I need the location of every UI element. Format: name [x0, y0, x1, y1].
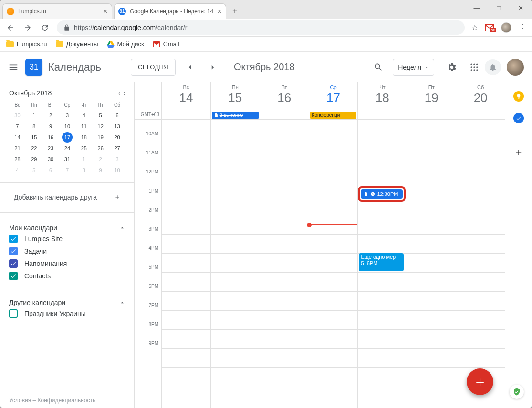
minical-day[interactable]: 24	[59, 143, 76, 153]
minical-day[interactable]: 25	[75, 143, 92, 153]
minical-next-button[interactable]: ›	[124, 90, 125, 97]
minical-day[interactable]: 16	[42, 132, 59, 143]
minical-day[interactable]: 9	[42, 121, 59, 132]
new-tab-button[interactable]: ＋	[228, 4, 241, 18]
view-selector[interactable]: Неделя	[393, 59, 434, 76]
settings-button[interactable]	[447, 62, 457, 72]
day-header[interactable]: Вс14	[161, 82, 210, 119]
bookmark-item[interactable]: Документы	[56, 41, 98, 48]
minical-day[interactable]: 2	[92, 153, 109, 164]
minical-day[interactable]: 7	[9, 121, 26, 132]
keep-icon[interactable]	[513, 91, 524, 102]
chrome-menu-button[interactable]: ⋮	[518, 22, 527, 33]
minical-day[interactable]: 26	[92, 143, 109, 153]
reload-button[interactable]	[40, 22, 50, 33]
day-column[interactable]	[260, 120, 309, 408]
minical-day[interactable]: 4	[75, 110, 92, 121]
minical-day[interactable]: 23	[42, 143, 59, 153]
bookmark-star-icon[interactable]: ☆	[471, 23, 478, 32]
minical-day[interactable]: 11	[75, 121, 92, 132]
calendar-checkbox[interactable]	[9, 235, 18, 243]
minical-day[interactable]: 3	[109, 153, 125, 164]
window-minimize-button[interactable]: —	[466, 0, 488, 15]
browser-tab-calendar[interactable]: 31 Google Календарь - Неделя: 14 ✕	[114, 3, 226, 19]
minical-day[interactable]: 3	[59, 110, 76, 121]
minical-day[interactable]: 27	[109, 143, 125, 153]
create-event-fab[interactable]: ＋	[467, 368, 493, 395]
gmail-extension-icon[interactable]: 58	[485, 24, 494, 31]
minical-day[interactable]: 30	[42, 153, 59, 164]
minical-day[interactable]: 5	[26, 164, 42, 175]
highlighted-reminder[interactable]: 12:30PM	[358, 186, 406, 202]
day-column[interactable]	[161, 120, 210, 408]
close-icon[interactable]: ✕	[217, 8, 222, 15]
prev-period-button[interactable]	[181, 59, 198, 76]
day-column[interactable]	[456, 120, 505, 408]
calendar-checkbox[interactable]	[9, 309, 18, 318]
minical-day[interactable]: 15	[26, 132, 42, 143]
minical-day[interactable]: 30	[9, 110, 26, 121]
google-apps-button[interactable]	[469, 62, 479, 72]
minical-day[interactable]: 19	[92, 132, 109, 143]
minical-day[interactable]: 17	[59, 132, 76, 143]
minical-day[interactable]: 2	[42, 110, 59, 121]
day-header[interactable]: Вт16	[260, 82, 309, 119]
allday-event[interactable]: 2 выполне	[212, 112, 259, 119]
add-friend-calendar[interactable]: Добавить календарь друга ＋	[9, 189, 125, 205]
calendar-list-item[interactable]: Праздники Украины	[9, 309, 125, 318]
minical-day[interactable]: 7	[59, 164, 76, 175]
calendar-list-item[interactable]: Contacts	[9, 272, 125, 280]
calendar-list-item[interactable]: Lumpics Site	[9, 235, 125, 243]
minical-day[interactable]: 14	[9, 132, 26, 143]
bookmark-item[interactable]: Lumpics.ru	[6, 41, 47, 48]
day-column[interactable]: 12:30PMЕще одно мер5–6PM	[357, 120, 407, 408]
minical-day[interactable]: 10	[59, 121, 76, 132]
calendar-event[interactable]: Еще одно мер5–6PM	[359, 253, 404, 271]
minical-day[interactable]: 8	[75, 164, 92, 175]
profile-avatar[interactable]	[501, 22, 511, 33]
minical-day[interactable]: 5	[92, 110, 109, 121]
back-button[interactable]	[5, 22, 16, 33]
window-maximize-button[interactable]: ◻	[488, 0, 510, 15]
add-addon-button[interactable]: ＋	[513, 147, 524, 157]
section-other-calendars[interactable]: Другие календари	[9, 299, 125, 306]
minical-day[interactable]: 21	[9, 143, 26, 153]
minical-day[interactable]: 28	[9, 153, 26, 164]
day-header[interactable]: Сб20	[456, 82, 505, 119]
browser-tab-lumpics[interactable]: Lumpics.ru ✕	[2, 3, 112, 19]
extension-shield-icon[interactable]	[510, 385, 524, 399]
forward-button[interactable]	[22, 22, 33, 33]
minical-day[interactable]: 29	[26, 153, 42, 164]
minical-day[interactable]: 6	[42, 164, 59, 175]
main-menu-button[interactable]	[8, 62, 20, 72]
tasks-icon[interactable]	[513, 113, 524, 123]
calendar-list-item[interactable]: Напоминания	[9, 259, 125, 268]
minical-day[interactable]: 1	[26, 110, 42, 121]
minical-prev-button[interactable]: ‹	[118, 90, 120, 97]
address-bar[interactable]: https://calendar.google.com/calendar/r	[57, 20, 465, 35]
day-header[interactable]: Ср17Конференци	[309, 82, 358, 119]
minical-day[interactable]: 9	[92, 164, 109, 175]
minical-day[interactable]: 4	[9, 164, 26, 175]
calendar-list-item[interactable]: Задачи	[9, 247, 125, 255]
day-column[interactable]	[309, 120, 358, 408]
minical-day[interactable]: 13	[109, 121, 125, 132]
minical-day[interactable]: 20	[109, 132, 125, 143]
minical-day[interactable]: 22	[26, 143, 42, 153]
calendar-checkbox[interactable]	[9, 247, 18, 255]
day-header[interactable]: Пн15 2 выполне	[210, 82, 260, 119]
bookmark-item[interactable]: Мой диск	[107, 41, 144, 48]
close-icon[interactable]: ✕	[103, 8, 108, 15]
today-button[interactable]: СЕГОДНЯ	[131, 59, 176, 76]
bookmark-item[interactable]: Gmail	[153, 41, 179, 48]
footer-links[interactable]: Условия – Конфиденциальность	[9, 389, 125, 404]
section-my-calendars[interactable]: Мои календари	[9, 224, 125, 232]
search-button[interactable]	[370, 59, 387, 76]
day-header[interactable]: Пт19	[407, 82, 456, 119]
minical-day[interactable]: 12	[92, 121, 109, 132]
minical-day[interactable]: 31	[59, 153, 76, 164]
account-avatar[interactable]	[507, 59, 524, 76]
minical-day[interactable]: 8	[26, 121, 42, 132]
window-close-button[interactable]: ✕	[510, 0, 532, 15]
calendar-checkbox[interactable]	[9, 272, 18, 280]
